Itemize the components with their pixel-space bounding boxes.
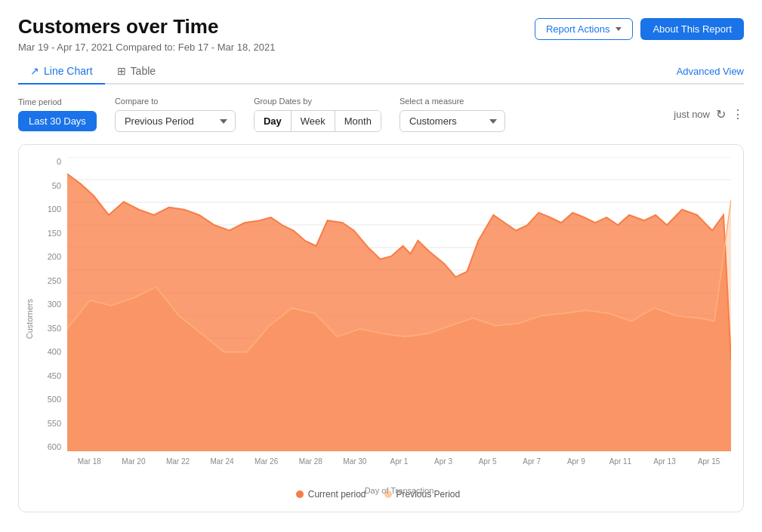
x-tick: Apr 1 <box>377 454 421 466</box>
compare-to-group: Compare to Previous Period <box>115 97 236 132</box>
y-tick: 550 <box>37 419 61 428</box>
line-chart-icon: ↗ <box>30 65 39 77</box>
measure-group: Select a measure Customers Orders Revenu… <box>400 97 505 132</box>
x-tick: Mar 24 <box>200 454 245 466</box>
x-tick: Mar 26 <box>244 454 288 466</box>
x-tick: Apr 15 <box>686 454 731 466</box>
group-dates-group: Group Dates by Day Week Month <box>254 97 381 132</box>
y-tick: 500 <box>37 395 61 404</box>
y-axis-label: Customers <box>25 299 34 339</box>
controls-right: just now ↻ ⋮ <box>674 107 744 121</box>
page-subtitle: Mar 19 - Apr 17, 2021 Compared to: Feb 1… <box>18 42 275 53</box>
tab-bar: ↗ Line Chart ⊞ Table Advanced View <box>18 59 744 85</box>
more-options-icon[interactable]: ⋮ <box>732 107 744 121</box>
compare-to-select[interactable]: Previous Period <box>115 110 236 132</box>
about-report-button[interactable]: About This Report <box>640 18 744 40</box>
x-tick: Apr 9 <box>554 454 599 466</box>
chevron-down-icon <box>615 27 622 31</box>
time-period-button[interactable]: Last 30 Days <box>18 111 97 131</box>
y-axis: 600 550 500 450 400 350 300 250 200 150 … <box>37 157 61 451</box>
tab-table[interactable]: ⊞ Table <box>105 59 168 85</box>
page-title: Customers over Time <box>18 15 275 38</box>
group-day-button[interactable]: Day <box>255 111 292 131</box>
y-tick: 150 <box>37 229 61 238</box>
x-axis-label: Day of Transaction <box>67 486 731 495</box>
y-tick: 0 <box>37 157 61 166</box>
group-dates-label: Group Dates by <box>254 97 381 106</box>
x-tick: Mar 18 <box>67 454 112 466</box>
tab-line-chart[interactable]: ↗ Line Chart <box>18 59 105 85</box>
group-month-button[interactable]: Month <box>335 111 381 131</box>
y-tick: 450 <box>37 371 61 380</box>
y-tick: 50 <box>37 181 61 190</box>
refresh-icon[interactable]: ↻ <box>716 107 726 121</box>
x-axis: Mar 18 Mar 20 Mar 22 Mar 24 Mar 26 Mar 2… <box>67 454 731 481</box>
time-period-label: Time period <box>18 97 97 106</box>
chart-container: Customers 600 550 500 450 400 350 300 25… <box>18 144 744 512</box>
compare-to-label: Compare to <box>115 97 236 106</box>
table-icon: ⊞ <box>117 65 126 77</box>
timestamp-label: just now <box>674 109 710 120</box>
x-tick: Apr 11 <box>598 454 643 466</box>
x-tick: Mar 30 <box>333 454 378 466</box>
report-actions-button[interactable]: Report Actions <box>535 18 634 40</box>
chart-svg <box>67 157 731 451</box>
advanced-view-link[interactable]: Advanced View <box>677 60 744 83</box>
y-tick: 250 <box>37 276 61 285</box>
time-period-group: Time period Last 30 Days <box>18 97 97 131</box>
x-tick: Mar 28 <box>288 454 333 466</box>
x-tick: Mar 20 <box>112 454 156 466</box>
x-tick: Apr 7 <box>510 454 554 466</box>
y-tick: 200 <box>37 252 61 261</box>
group-week-button[interactable]: Week <box>292 111 335 131</box>
group-dates-toggle: Day Week Month <box>254 110 381 132</box>
chart-area: Customers 600 550 500 450 400 350 300 25… <box>25 157 731 481</box>
y-tick: 400 <box>37 347 61 356</box>
x-tick: Apr 5 <box>465 454 510 466</box>
x-tick: Mar 22 <box>156 454 200 466</box>
y-tick: 600 <box>37 442 61 451</box>
controls-bar: Time period Last 30 Days Compare to Prev… <box>18 97 744 132</box>
measure-label: Select a measure <box>400 97 505 106</box>
measure-select[interactable]: Customers Orders Revenue <box>400 110 505 132</box>
y-tick: 100 <box>37 204 61 214</box>
y-tick: 300 <box>37 300 61 309</box>
x-tick: Apr 13 <box>643 454 687 466</box>
x-tick: Apr 3 <box>421 454 466 466</box>
chart-inner: 600 550 500 450 400 350 300 250 200 150 … <box>37 157 731 481</box>
y-tick: 350 <box>37 324 61 333</box>
